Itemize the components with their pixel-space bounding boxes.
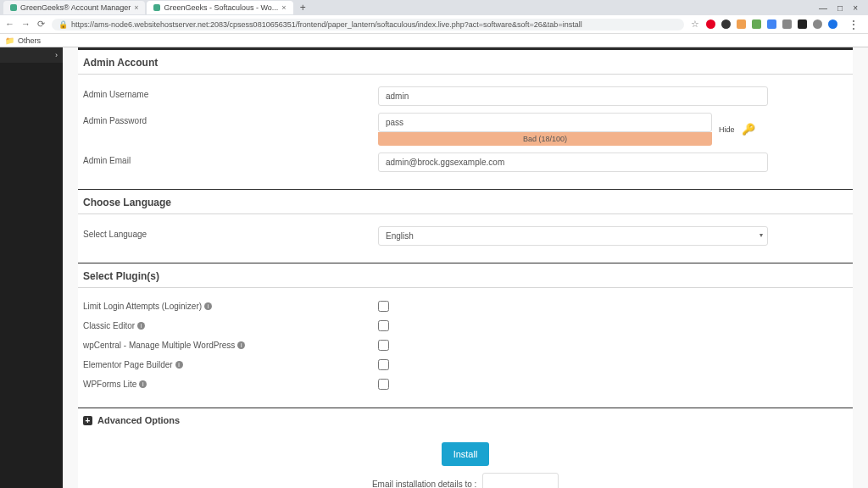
plugin-row: Elementor Page Builder i <box>78 355 853 374</box>
left-sidebar: › <box>0 47 63 488</box>
plugin-label: WPForms Lite <box>83 380 136 389</box>
panel-plugins: Select Plugin(s) Limit Login Attempts (L… <box>78 263 853 408</box>
plugin-row: Limit Login Attempts (Loginizer) i <box>78 297 853 316</box>
plugin-checkbox[interactable] <box>378 340 389 351</box>
address-bar: ← → ⟳ 🔒 https://ams-node6.websitehostser… <box>0 15 868 34</box>
pinterest-icon[interactable] <box>706 19 715 29</box>
label-admin-email: Admin Email <box>83 152 371 165</box>
browser-tab[interactable]: GreenGeeks - Softaculous - Wo... × <box>147 1 292 14</box>
plugin-label: wpCentral - Manage Multiple WordPress <box>83 341 235 350</box>
advanced-options-toggle[interactable]: + Advanced Options <box>78 415 853 425</box>
panel-admin-account: Admin Account Admin Username Admin Passw… <box>78 47 853 189</box>
section-title-admin: Admin Account <box>78 57 853 69</box>
plugin-checkbox[interactable] <box>378 320 389 331</box>
panel-advanced: + Advanced Options Install Email install… <box>78 408 853 488</box>
email-install-label: Email installation details to : <box>372 480 476 488</box>
advanced-label: Advanced Options <box>97 415 180 425</box>
extension-icon[interactable] <box>737 19 746 29</box>
plugin-label: Elementor Page Builder <box>83 360 173 369</box>
bookmark-bar: 📁 Others <box>0 34 868 47</box>
extension-icon[interactable] <box>813 19 822 29</box>
divider <box>78 214 853 214</box>
extension-icon[interactable] <box>767 19 776 29</box>
plugin-label: Classic Editor <box>83 321 135 330</box>
bookmark-label: Others <box>18 36 41 45</box>
tab-bar: GreenGeeks® Account Manager × GreenGeeks… <box>0 0 868 15</box>
extension-icons <box>706 19 837 29</box>
email-install-input[interactable] <box>482 473 559 488</box>
chevron-right-icon: › <box>55 51 58 59</box>
window-controls: — □ × <box>819 3 865 13</box>
url-box[interactable]: 🔒 https://ams-node6.websitehostserver.ne… <box>52 19 684 30</box>
lock-icon: 🔒 <box>58 20 68 29</box>
plugin-checkbox[interactable] <box>378 379 389 390</box>
main-content: Admin Account Admin Username Admin Passw… <box>63 47 868 488</box>
extension-icon[interactable] <box>721 19 731 29</box>
language-select[interactable]: English <box>378 226 768 246</box>
info-icon[interactable]: i <box>204 302 212 310</box>
password-strength-bar: Bad (18/100) <box>378 132 712 146</box>
favicon-icon <box>153 4 160 11</box>
star-icon[interactable]: ☆ <box>691 19 699 30</box>
tab-label: GreenGeeks® Account Manager <box>20 3 131 12</box>
sidebar-item[interactable]: › <box>0 47 63 63</box>
back-icon[interactable]: ← <box>5 19 14 30</box>
info-icon[interactable]: i <box>237 341 245 349</box>
profile-icon[interactable] <box>828 19 837 29</box>
divider <box>78 287 853 288</box>
panel-language: Choose Language Select Language English … <box>78 189 853 263</box>
label-select-language: Select Language <box>83 226 371 239</box>
bookmark-folder-others[interactable]: 📁 Others <box>5 36 41 45</box>
tab-label: GreenGeeks - Softaculous - Wo... <box>164 3 278 12</box>
maximize-icon[interactable]: □ <box>837 3 843 13</box>
plugin-checkbox[interactable] <box>378 301 389 312</box>
minimize-icon[interactable]: — <box>819 3 827 13</box>
reload-icon[interactable]: ⟳ <box>37 19 45 30</box>
plugin-label: Limit Login Attempts (Loginizer) <box>83 302 202 311</box>
extension-icon[interactable] <box>798 19 807 29</box>
close-icon[interactable]: × <box>134 3 138 12</box>
divider <box>78 74 853 75</box>
close-window-icon[interactable]: × <box>853 3 858 13</box>
plugin-row: Classic Editor i <box>78 316 853 336</box>
plus-icon: + <box>83 416 92 425</box>
plugin-checkbox[interactable] <box>378 359 389 370</box>
close-icon[interactable]: × <box>281 3 286 12</box>
url-text: https://ams-node6.websitehostserver.net:… <box>71 20 582 29</box>
forward-icon[interactable]: → <box>21 19 31 30</box>
install-button[interactable]: Install <box>442 442 490 466</box>
info-icon[interactable]: i <box>175 361 183 369</box>
info-icon[interactable]: i <box>137 322 145 330</box>
hide-password-toggle[interactable]: Hide <box>719 125 735 134</box>
new-tab-button[interactable]: + <box>295 2 311 14</box>
admin-email-input[interactable] <box>378 152 768 172</box>
email-install-row: Email installation details to : <box>78 473 853 488</box>
generate-password-icon[interactable]: 🔑 <box>742 123 755 136</box>
section-title-language: Choose Language <box>78 197 853 208</box>
plugin-row: WPForms Lite i <box>78 374 853 394</box>
label-admin-password: Admin Password <box>83 113 371 125</box>
plugin-row: wpCentral - Manage Multiple WordPress i <box>78 336 853 355</box>
menu-dots-icon[interactable]: ⋮ <box>844 18 863 31</box>
folder-icon: 📁 <box>5 36 14 45</box>
section-title-plugins: Select Plugin(s) <box>78 270 853 282</box>
extension-icon[interactable] <box>752 19 761 29</box>
label-admin-username: Admin Username <box>83 86 371 99</box>
extension-icon[interactable] <box>782 19 792 29</box>
browser-tab[interactable]: GreenGeeks® Account Manager × <box>3 1 145 14</box>
favicon-icon <box>10 4 17 11</box>
info-icon[interactable]: i <box>139 380 147 388</box>
admin-username-input[interactable] <box>378 86 768 106</box>
admin-password-input[interactable] <box>378 113 712 132</box>
